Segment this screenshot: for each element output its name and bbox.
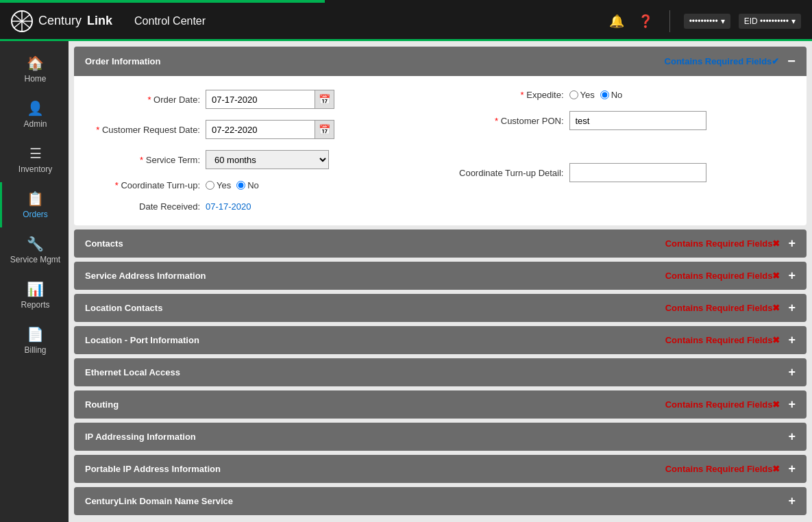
customer-request-date-calendar-button[interactable]: 📅 bbox=[315, 120, 334, 139]
customer-pon-input[interactable] bbox=[569, 111, 706, 130]
portable-ip-section: Portable IP Address Information Contains… bbox=[74, 455, 807, 483]
location-contacts-expand-button[interactable]: + bbox=[788, 301, 796, 315]
expedite-radio-group: Yes No bbox=[569, 90, 623, 100]
ethernet-local-header-right: + bbox=[788, 365, 796, 380]
eid-label: EID •••••••••• bbox=[744, 16, 789, 26]
order-date-input[interactable] bbox=[206, 90, 315, 109]
user-label: •••••••••• bbox=[689, 16, 718, 26]
location-port-required-error: Contains Required Fields✖ bbox=[665, 335, 780, 345]
ip-addressing-header-right: + bbox=[788, 430, 796, 444]
eid-dropdown[interactable]: EID •••••••••• ▾ bbox=[739, 14, 801, 29]
billing-icon: 📄 bbox=[27, 326, 44, 343]
logo-century: Century bbox=[38, 14, 82, 28]
sidebar-item-inventory[interactable]: ☰ Inventory bbox=[0, 137, 69, 182]
location-port-expand-button[interactable]: + bbox=[788, 333, 796, 347]
expedite-no-radio[interactable] bbox=[600, 90, 609, 99]
portable-ip-expand-button[interactable]: + bbox=[788, 462, 796, 476]
location-contacts-required-error: Contains Required Fields✖ bbox=[665, 303, 780, 313]
app-title: Control Center bbox=[134, 15, 606, 27]
top-nav-right: 🔔 ❓ •••••••••• ▾ EID •••••••••• ▾ bbox=[606, 10, 801, 32]
centurylink-dns-section: CenturyLink Domain Name Service + bbox=[74, 487, 807, 515]
notifications-button[interactable]: 🔔 bbox=[606, 11, 627, 32]
sidebar-label-inventory: Inventory bbox=[19, 164, 52, 174]
order-info-title: Order Information bbox=[85, 56, 161, 66]
coordinate-turnup-row: * Coordinate Turn-up: Yes No bbox=[90, 180, 427, 190]
sidebar-item-admin[interactable]: 👤 Admin bbox=[0, 92, 69, 137]
routing-expand-button[interactable]: + bbox=[788, 397, 796, 412]
ethernet-local-section: Ethernet Local Access + bbox=[74, 358, 807, 386]
contacts-expand-button[interactable]: + bbox=[788, 236, 796, 251]
ip-addressing-expand-button[interactable]: + bbox=[788, 430, 796, 444]
inventory-icon: ☰ bbox=[29, 145, 42, 162]
date-received-label: Date Received: bbox=[90, 201, 200, 212]
coordinate-turnup-no-label[interactable]: No bbox=[236, 180, 259, 190]
logo: CenturyLink bbox=[11, 10, 112, 32]
ethernet-local-title: Ethernet Local Access bbox=[85, 367, 180, 377]
order-date-calendar-button[interactable]: 📅 bbox=[315, 90, 334, 109]
top-nav: CenturyLink Control Center 🔔 ❓ •••••••••… bbox=[0, 3, 812, 41]
sidebar-item-home[interactable]: 🏠 Home bbox=[0, 47, 69, 92]
service-address-header-right: Contains Required Fields✖ + bbox=[665, 269, 796, 283]
sidebar-label-admin: Admin bbox=[23, 119, 47, 129]
nav-divider bbox=[669, 10, 670, 32]
left-column: * Order Date: 📅 * bbox=[90, 90, 427, 212]
routing-required-error: Contains Required Fields✖ bbox=[665, 399, 780, 410]
sidebar-item-reports[interactable]: 📊 Reports bbox=[0, 273, 69, 318]
location-port-title: Location - Port Information bbox=[85, 335, 199, 345]
centurylink-dns-header[interactable]: CenturyLink Domain Name Service + bbox=[74, 487, 807, 515]
order-info-collapse-button[interactable]: − bbox=[787, 53, 796, 69]
help-button[interactable]: ❓ bbox=[635, 11, 656, 32]
coordinate-turnup-yes-label[interactable]: Yes bbox=[206, 180, 231, 190]
service-term-select[interactable]: 12 months 24 months 36 months 48 months … bbox=[206, 150, 329, 169]
routing-title: Routing bbox=[85, 399, 119, 410]
ip-addressing-header[interactable]: IP Addressing Information + bbox=[74, 423, 807, 451]
service-term-row: * Service Term: 12 months 24 months 36 m… bbox=[90, 150, 427, 169]
contacts-header-right: Contains Required Fields✖ + bbox=[665, 236, 796, 251]
logo-link: Link bbox=[87, 14, 112, 28]
ethernet-local-expand-button[interactable]: + bbox=[788, 365, 796, 380]
customer-request-date-input[interactable] bbox=[206, 120, 315, 139]
customer-request-date-input-wrapper: 📅 bbox=[206, 120, 334, 139]
sidebar-item-service-mgmt[interactable]: 🔧 Service Mgmt bbox=[0, 227, 69, 273]
order-date-label: * Order Date: bbox=[90, 95, 200, 105]
centurylink-dns-title: CenturyLink Domain Name Service bbox=[85, 496, 233, 506]
expedite-yes-label[interactable]: Yes bbox=[569, 90, 595, 100]
expedite-no-label[interactable]: No bbox=[600, 90, 623, 100]
location-contacts-header[interactable]: Location Contacts Contains Required Fiel… bbox=[74, 294, 807, 322]
portable-ip-required-error: Contains Required Fields✖ bbox=[665, 464, 780, 474]
centurylink-dns-header-right: + bbox=[788, 494, 796, 508]
coordinate-turnup-no-radio[interactable] bbox=[236, 181, 245, 190]
service-term-label: * Service Term: bbox=[90, 155, 200, 165]
order-date-row: * Order Date: 📅 bbox=[90, 90, 427, 109]
location-contacts-section: Location Contacts Contains Required Fiel… bbox=[74, 294, 807, 322]
routing-header[interactable]: Routing Contains Required Fields✖ + bbox=[74, 390, 807, 419]
coordinate-turnup-detail-input[interactable] bbox=[569, 163, 706, 182]
location-port-header[interactable]: Location - Port Information Contains Req… bbox=[74, 326, 807, 354]
service-address-section: Service Address Information Contains Req… bbox=[74, 262, 807, 290]
sidebar-item-billing[interactable]: 📄 Billing bbox=[0, 318, 69, 363]
coordinate-turnup-detail-label: Coordinate Turn-up Detail: bbox=[454, 168, 564, 178]
sidebar-label-service-mgmt: Service Mgmt bbox=[10, 255, 60, 264]
customer-request-date-label: * Customer Request Date: bbox=[90, 125, 200, 135]
contacts-header[interactable]: Contacts Contains Required Fields✖ + bbox=[74, 229, 807, 258]
user-dropdown[interactable]: •••••••••• ▾ bbox=[684, 14, 730, 29]
sidebar-label-home: Home bbox=[24, 74, 46, 84]
ip-addressing-section: IP Addressing Information + bbox=[74, 423, 807, 451]
ethernet-local-header[interactable]: Ethernet Local Access + bbox=[74, 358, 807, 386]
portable-ip-header[interactable]: Portable IP Address Information Contains… bbox=[74, 455, 807, 483]
expedite-yes-radio[interactable] bbox=[569, 90, 578, 99]
customer-pon-label: * Customer PON: bbox=[454, 116, 564, 126]
order-date-input-wrapper: 📅 bbox=[206, 90, 334, 109]
coordinate-turnup-label: * Coordinate Turn-up: bbox=[90, 180, 200, 190]
centurylink-dns-expand-button[interactable]: + bbox=[788, 494, 796, 508]
coordinate-turnup-detail-row: Coordinate Turn-up Detail: bbox=[454, 163, 791, 182]
expedite-label: * Expedite: bbox=[454, 90, 564, 100]
order-info-required-ok: Contains Required Fields✔ bbox=[665, 56, 780, 66]
coordinate-turnup-yes-radio[interactable] bbox=[206, 181, 214, 190]
service-address-expand-button[interactable]: + bbox=[788, 269, 796, 283]
portable-ip-title: Portable IP Address Information bbox=[85, 464, 221, 474]
service-address-header[interactable]: Service Address Information Contains Req… bbox=[74, 262, 807, 290]
order-info-header: Order Information Contains Required Fiel… bbox=[74, 47, 807, 76]
sidebar-item-orders[interactable]: 📋 Orders bbox=[0, 182, 69, 227]
customer-request-date-row: * Customer Request Date: 📅 bbox=[90, 120, 427, 139]
